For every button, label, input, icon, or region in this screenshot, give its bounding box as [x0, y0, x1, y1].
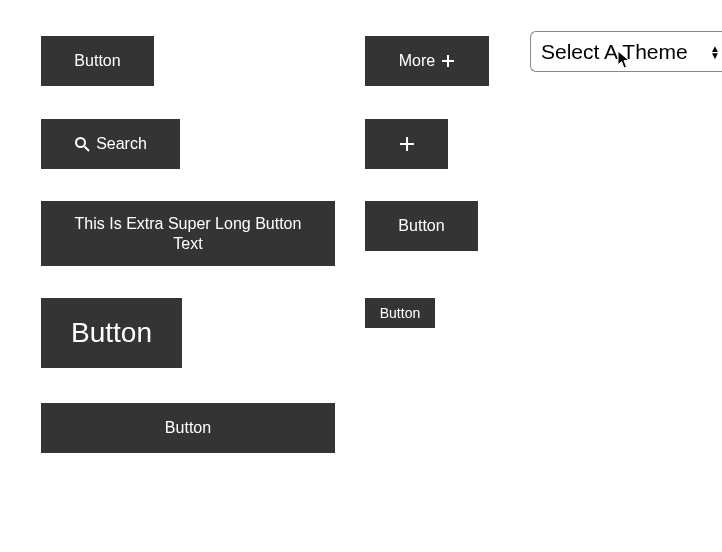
more-button[interactable]: More	[365, 36, 489, 86]
large-button[interactable]: Button	[41, 298, 182, 368]
button-label: More	[399, 51, 435, 70]
search-icon	[74, 136, 90, 152]
icon-only-plus-button[interactable]	[365, 119, 448, 169]
button-label: Button	[380, 305, 420, 322]
dropdown-arrows-icon: ▲▼	[710, 45, 720, 59]
svg-point-0	[76, 138, 85, 147]
long-text-button[interactable]: This Is Extra Super Long Button Text	[41, 201, 335, 266]
button-label: Search	[96, 134, 147, 153]
button-label: Button	[398, 216, 444, 235]
button-label: This Is Extra Super Long Button Text	[71, 214, 305, 252]
button-label: Button	[74, 51, 120, 70]
theme-select[interactable]: Select A Theme ▲▼	[530, 31, 722, 72]
small-button[interactable]: Button	[365, 298, 435, 328]
button-basic[interactable]: Button	[41, 36, 154, 86]
wide-button[interactable]: Button	[41, 403, 335, 453]
button-label: Button	[165, 418, 211, 437]
plus-icon	[441, 54, 455, 68]
button-label: Button	[71, 316, 152, 350]
theme-select-value: Select A Theme	[541, 40, 688, 64]
button-default[interactable]: Button	[365, 201, 478, 251]
search-button[interactable]: Search	[41, 119, 180, 169]
plus-icon	[399, 136, 415, 152]
